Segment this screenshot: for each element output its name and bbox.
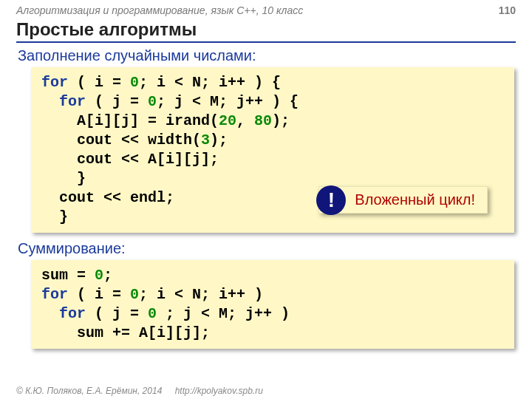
code-text: } [41, 208, 68, 225]
code-text: ; i < N; i++ ) [139, 286, 263, 303]
code-text: sum = [41, 267, 95, 284]
code-text [41, 305, 59, 322]
number-token: 20 [219, 112, 236, 129]
code-text: , [236, 112, 254, 129]
number-token: 0 [130, 286, 139, 303]
code-text: A[i][j] = irand( [41, 112, 219, 129]
code-text: } [41, 170, 86, 187]
keyword-token: for [41, 74, 68, 91]
code-text [41, 93, 59, 110]
callout-badge: ! Вложенный цикл! [318, 186, 488, 214]
number-token: 0 [148, 305, 157, 322]
keyword-token: for [59, 93, 86, 110]
footer-url: http://kpolyakov.spb.ru [175, 386, 263, 396]
code-text: cout << width( [41, 132, 201, 149]
code-text: sum += A[i][j]; [41, 324, 210, 341]
code-text: ( i = [68, 74, 130, 91]
number-token: 3 [201, 132, 210, 149]
title-rule [16, 41, 516, 43]
code-block-sum: sum = 0; for ( i = 0; i < N; i++ ) for (… [31, 260, 514, 349]
page-title: Простые алгоритмы [16, 19, 516, 40]
keyword-token: for [41, 286, 68, 303]
number-token: 0 [130, 74, 139, 91]
code-text: ( j = [86, 93, 148, 110]
footer: © К.Ю. Поляков, Е.А. Ерёмин, 2014 http:/… [16, 386, 263, 396]
code-text: cout << A[i][j]; [41, 151, 219, 168]
code-text: cout << endl; [41, 189, 174, 206]
code-text: ( j = [86, 305, 148, 322]
slide-header: Алгоритмизация и программирование, язык … [0, 0, 532, 18]
keyword-token: for [59, 305, 86, 322]
callout-text: Вложенный цикл! [355, 191, 475, 208]
footer-copyright: © К.Ю. Поляков, Е.А. Ерёмин, 2014 [16, 386, 162, 396]
page-number: 110 [499, 4, 516, 16]
code-text: ); [272, 112, 290, 129]
number-token: 0 [95, 267, 103, 284]
code-text: ; i < N; i++ ) { [139, 74, 281, 91]
exclamation-icon: ! [316, 185, 346, 215]
section-fill-label: Заполнение случайными числами: [18, 47, 514, 64]
code-text: ( i = [68, 286, 130, 303]
code-text: ; j < M; j++ ) { [157, 93, 299, 110]
code-text: ; [103, 267, 112, 284]
number-token: 0 [148, 93, 157, 110]
code-text: ; j < M; j++ ) [157, 305, 290, 322]
code-text: ); [210, 132, 228, 149]
number-token: 80 [254, 112, 272, 129]
section-sum-label: Суммирование: [18, 240, 514, 257]
course-name: Алгоритмизация и программирование, язык … [16, 4, 303, 16]
